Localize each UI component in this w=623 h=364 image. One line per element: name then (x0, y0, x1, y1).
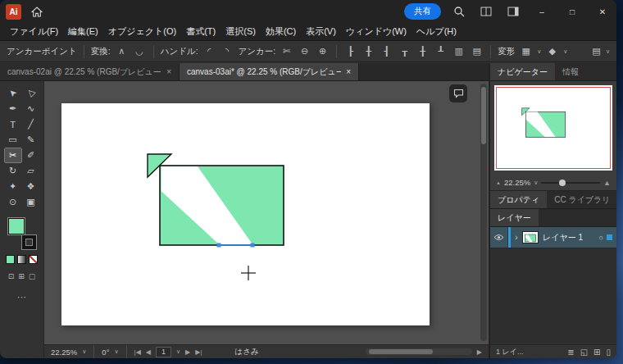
zoom-level[interactable]: 22.25% (51, 348, 77, 357)
draw-inside-icon[interactable]: ▢ (29, 272, 36, 280)
target-circle-icon[interactable]: ○ (599, 234, 603, 242)
rotation-value[interactable]: 0° (102, 348, 109, 357)
artboard-number-field[interactable]: 1 (156, 347, 171, 357)
tab-navigator[interactable]: ナビゲーター (490, 63, 555, 80)
draw-behind-icon[interactable]: ⊞ (18, 272, 25, 280)
hide-handles-icon[interactable]: ◝ (221, 44, 234, 58)
layer-row[interactable]: › レイヤー 1 ○ (490, 227, 616, 248)
cut-path-icon[interactable]: ✄ (280, 44, 293, 58)
app-icon[interactable]: Ai (6, 4, 21, 20)
selection-tool[interactable]: ➤ (4, 85, 22, 101)
paintbrush-tool[interactable]: ✎ (22, 132, 40, 148)
anchor-point[interactable] (251, 243, 255, 248)
anchor-point[interactable] (217, 243, 221, 248)
convert-to-corner-icon[interactable]: ∧ (115, 44, 129, 58)
menu-type[interactable]: 書式(T) (181, 24, 221, 39)
horizontal-scrollbar-thumb[interactable] (369, 349, 433, 354)
zoom-tool[interactable]: ⊙ (4, 194, 22, 210)
arrange-documents-icon[interactable] (477, 3, 495, 20)
distribute-h-icon[interactable]: ▤ (470, 44, 484, 58)
menu-help[interactable]: ヘルプ(H) (412, 24, 462, 39)
horizontal-scrollbar[interactable] (366, 348, 472, 355)
scale-tool[interactable]: ▱ (22, 163, 40, 179)
zoom-slider[interactable] (541, 182, 600, 184)
share-button[interactable]: 共有 (404, 3, 441, 20)
add-anchor-icon[interactable]: ⊕ (316, 44, 330, 58)
rotate-tool[interactable]: ↻ (4, 163, 22, 179)
home-icon[interactable] (28, 3, 46, 20)
visibility-toggle[interactable] (490, 227, 508, 248)
canvas-pasteboard[interactable]: 22.25% ∨ 0° ∨ |◀ ◀ 1 ∨ ▶ ▶| はさ (44, 81, 489, 358)
curvature-tool[interactable]: ∿ (22, 101, 40, 116)
menu-effect[interactable]: 効果(C) (261, 24, 301, 39)
collect-for-export-icon[interactable]: ≣ (567, 348, 574, 357)
show-handles-icon[interactable]: ◜ (202, 44, 216, 58)
vertical-scrollbar-thumb[interactable] (481, 87, 486, 144)
tab-properties[interactable]: プロパティ (490, 191, 547, 208)
align-bottom-icon[interactable]: ┸ (434, 44, 448, 58)
last-artboard-button[interactable]: ▶| (195, 348, 202, 356)
tab-cc-libraries[interactable]: CC ライブラリ (547, 191, 616, 208)
next-artboard-button[interactable]: ▶ (185, 348, 190, 356)
align-h-center-icon[interactable]: ╂ (362, 44, 375, 58)
vertical-scrollbar[interactable] (480, 84, 487, 341)
line-segment-tool[interactable]: ╱ (22, 116, 40, 132)
tab-close-icon[interactable]: × (346, 67, 351, 76)
hand-tool[interactable]: ❖ (22, 179, 40, 194)
zoom-in-icon[interactable]: ▲ (603, 179, 611, 187)
minimize-button[interactable]: – (531, 0, 553, 23)
tab-close-icon[interactable]: × (166, 67, 171, 76)
delete-layer-icon[interactable]: ▯ (606, 348, 611, 357)
previous-artboard-button[interactable]: ◀ (146, 348, 151, 356)
search-icon[interactable] (450, 3, 468, 20)
scissors-tool[interactable]: ✂ (4, 148, 22, 163)
transform-label[interactable]: 変形 (498, 46, 515, 57)
workspace-icon[interactable] (504, 3, 522, 20)
first-artboard-button[interactable]: |◀ (134, 348, 141, 356)
stroke-color-swatch[interactable] (22, 235, 36, 249)
selection-indicator[interactable] (607, 234, 612, 240)
distribute-v-icon[interactable]: ▥ (452, 44, 466, 58)
maximize-button[interactable]: □ (562, 0, 583, 23)
menu-file[interactable]: ファイル(F) (5, 24, 63, 39)
draw-normal-icon[interactable]: ⊡ (8, 272, 15, 280)
layer-thumbnail[interactable] (522, 231, 539, 243)
convert-to-smooth-icon[interactable]: ◡ (133, 44, 147, 58)
expand-layer-icon[interactable]: › (511, 233, 522, 242)
tab-info[interactable]: 情報 (555, 63, 586, 80)
document-tab[interactable]: canvas-02ai @ 22.25 % (RGB/プレビュー) × (0, 63, 180, 80)
comment-button[interactable] (449, 84, 467, 102)
menu-select[interactable]: 選択(S) (221, 24, 261, 39)
pen-tool[interactable]: ✒ (4, 101, 22, 116)
navigator-zoom-value[interactable]: 22.25% (504, 178, 530, 187)
align-left-icon[interactable]: ┠ (343, 44, 357, 58)
menu-view[interactable]: 表示(V) (301, 24, 341, 39)
layer-name[interactable]: レイヤー 1 (543, 232, 599, 243)
align-top-icon[interactable]: ┰ (398, 44, 412, 58)
zoom-out-icon[interactable]: ▲ (496, 180, 501, 185)
navigator-preview[interactable] (494, 85, 612, 171)
zoom-slider-thumb[interactable] (559, 180, 566, 186)
new-layer-icon[interactable]: ⊞ (593, 348, 600, 357)
align-v-center-icon[interactable]: ╂ (416, 44, 430, 58)
rectangle-tool[interactable]: ▭ (4, 132, 22, 148)
menu-window[interactable]: ウィンドウ(W) (341, 24, 412, 39)
align-right-icon[interactable]: ┨ (380, 44, 393, 58)
gradient-button[interactable] (17, 255, 26, 264)
pencil-tool[interactable]: ✐ (22, 148, 40, 163)
close-button[interactable]: ✕ (592, 0, 613, 23)
direct-selection-tool[interactable]: ▷ (22, 85, 40, 101)
edit-toolbar-button[interactable]: ⋯ (17, 292, 26, 303)
appearance-options-icon[interactable]: ◆ (545, 44, 559, 58)
navigator-proxy-view[interactable] (496, 87, 611, 169)
remove-anchor-icon[interactable]: ⊖ (298, 44, 312, 58)
menu-edit[interactable]: 編集(E) (63, 24, 103, 39)
fill-color-swatch[interactable] (8, 218, 25, 234)
transform-options-icon[interactable]: ▦ (519, 44, 533, 58)
panel-dock-icon[interactable]: ▤ (589, 44, 603, 58)
scroll-right-icon[interactable]: ▶ (477, 348, 482, 356)
type-tool[interactable]: T (4, 116, 22, 132)
eyedropper-tool[interactable]: ✦ (4, 179, 22, 194)
new-sublayer-icon[interactable]: ◱ (580, 348, 588, 357)
none-button[interactable] (29, 255, 38, 264)
